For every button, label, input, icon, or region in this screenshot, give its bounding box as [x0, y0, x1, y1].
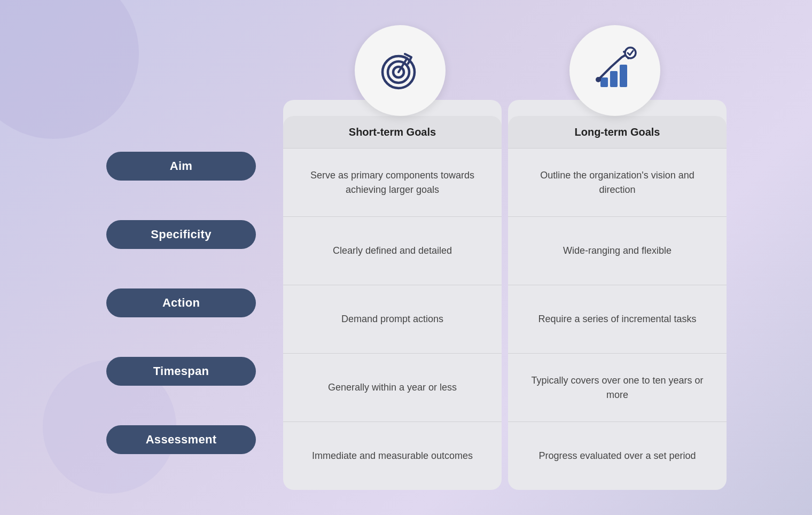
comparison-table: Aim Specificity Action Timespan Assessme…	[85, 100, 727, 490]
assessment-label: Assessment	[106, 425, 256, 454]
action-label: Action	[106, 288, 256, 317]
svg-rect-6	[620, 65, 627, 87]
long-term-timespan: Typically covers over one to ten years o…	[508, 353, 727, 422]
long-term-column: Long-term Goals Outline the organization…	[508, 100, 727, 490]
svg-point-7	[596, 77, 601, 82]
long-term-action: Require a series of incremental tasks	[508, 285, 727, 353]
label-cell-assessment: Assessment	[85, 405, 277, 474]
svg-rect-4	[600, 77, 608, 87]
timespan-label: Timespan	[106, 357, 256, 386]
growth-icon	[591, 46, 639, 95]
icons-row	[85, 25, 727, 116]
label-cell-timespan: Timespan	[85, 337, 277, 405]
svg-point-8	[625, 48, 636, 58]
short-term-aim: Serve as primary components towards achi…	[283, 148, 502, 216]
label-cell-specificity: Specificity	[85, 200, 277, 269]
long-term-specificity: Wide-ranging and flexible	[508, 216, 727, 285]
short-term-icon-col	[296, 25, 504, 116]
label-cell-action: Action	[85, 269, 277, 337]
short-term-column: Short-term Goals Serve as primary compon…	[283, 100, 502, 490]
aim-label: Aim	[106, 152, 256, 181]
short-term-icon-circle	[355, 25, 446, 116]
long-term-icon-circle	[569, 25, 660, 116]
long-term-icon-col	[511, 25, 719, 116]
specificity-label: Specificity	[106, 220, 256, 249]
label-column: Aim Specificity Action Timespan Assessme…	[85, 100, 283, 490]
short-term-action: Demand prompt actions	[283, 285, 502, 353]
svg-rect-5	[610, 71, 618, 87]
long-term-header: Long-term Goals	[508, 116, 727, 148]
target-icon	[376, 46, 424, 95]
data-columns: Short-term Goals Serve as primary compon…	[283, 100, 727, 490]
long-term-aim: Outline the organization's vision and di…	[508, 148, 727, 216]
main-container: Aim Specificity Action Timespan Assessme…	[85, 25, 727, 490]
long-term-assessment: Progress evaluated over a set period	[508, 422, 727, 490]
short-term-specificity: Clearly defined and detailed	[283, 216, 502, 285]
short-term-header: Short-term Goals	[283, 116, 502, 148]
short-term-assessment: Immediate and measurable outcomes	[283, 422, 502, 490]
label-cell-aim: Aim	[85, 132, 277, 200]
short-term-timespan: Generally within a year or less	[283, 353, 502, 422]
